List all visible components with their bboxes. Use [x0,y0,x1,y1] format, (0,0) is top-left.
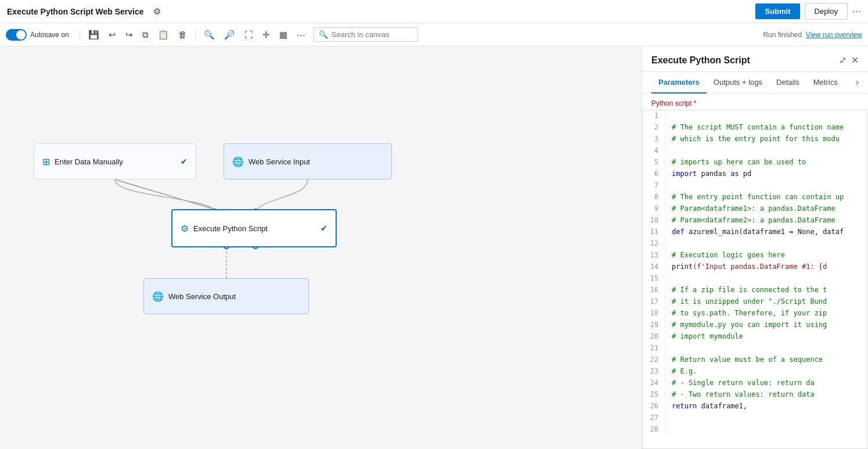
code-keyword: return [672,402,697,410]
code-line: 28 [643,424,867,436]
submit-button[interactable]: Submit [755,3,799,19]
tabs-more-icon[interactable]: › [856,72,859,93]
node-enter-data[interactable]: ⊞ Enter Data Manually ✔ [34,143,196,179]
save-button[interactable]: 💾 [85,27,103,42]
zoom-in-button[interactable]: 🔎 [221,27,239,42]
settings-gear-icon[interactable]: ⚙ [150,4,164,19]
undo-button[interactable]: ↩ [105,27,120,42]
line-code: # - Two return values: return data [666,389,815,401]
more-options-icon[interactable]: ··· [852,5,861,17]
tab-details[interactable]: Details [769,72,806,94]
code-line: 17 # it is unzipped under "./Script Bund [643,296,867,308]
line-number: 25 [643,389,666,401]
line-number: 24 [643,378,666,389]
line-number: 19 [643,319,666,331]
layout-button[interactable]: ▦ [276,27,291,42]
code-plain: print [672,263,693,271]
code-keyword: def [672,228,685,236]
autosave-toggle[interactable] [6,29,27,41]
code-line: 26 return dataframe1, [643,401,867,412]
code-comment: # E.g. [672,367,697,375]
code-line: 15 [643,273,867,285]
line-number: 8 [643,192,666,203]
line-code: print(f'Input pandas.DataFrame #1: {d [666,261,827,273]
fit-view-button[interactable]: ⛶ [241,27,257,42]
svg-line-0 [115,179,224,212]
web-output-icon: 🌐 [152,291,164,302]
line-number: 13 [643,250,666,261]
web-input-label: Web Service Input [248,157,310,166]
line-number: 21 [643,343,666,354]
line-number: 2 [643,122,666,134]
line-number: 6 [643,168,666,180]
line-number: 10 [643,215,666,227]
view-run-link[interactable]: View run overview [806,31,862,39]
enter-data-label: Enter Data Manually [55,157,123,166]
redo-button[interactable]: ↪ [122,27,136,42]
toolbar-separator-2 [195,29,196,41]
panel-tabs: Parameters Outputs + logs Details Metric… [642,72,868,94]
zoom-out-button[interactable]: 🔍 [200,27,218,42]
line-code [666,412,676,424]
search-icon: 🔍 [319,30,328,39]
code-comment: # - Two return values: return data [672,390,815,398]
code-plain: dataframe1, [697,402,747,410]
node-execute[interactable]: ⚙ Execute Python Script ✔ [171,209,337,247]
code-line: 16 # If a zip file is connected to the t [643,285,867,296]
line-number: 28 [643,424,666,436]
line-code: # import mymodule [666,331,743,343]
autosave-label: Autosave on [30,31,69,39]
code-comment: # The script MUST contain a function nam… [672,123,844,131]
line-number: 18 [643,308,666,319]
app-title: Execute Python Script Web Service [7,7,144,16]
panel-expand-icon[interactable]: ⤢ [839,55,847,66]
canvas[interactable]: ⊞ Enter Data Manually ✔ 🌐 Web Service In… [0,46,642,449]
line-number: 12 [643,238,666,250]
search-input[interactable] [332,30,413,39]
top-bar: Execute Python Script Web Service ⚙ Subm… [0,0,868,23]
code-line: 23 # E.g. [643,366,867,378]
line-number: 11 [643,227,666,238]
code-line: 5 # imports up here can be used to [643,157,867,168]
web-input-icon: 🌐 [232,156,244,167]
more-toolbar-button[interactable]: ⋯ [293,27,309,42]
line-number: 16 [643,285,666,296]
line-number: 5 [643,157,666,168]
code-string: (f'Input pandas.DataFrame #1: {d [693,263,827,271]
code-line: 8 # The entry point function can contain… [643,192,867,203]
autosave-toggle-wrap: Autosave on [6,29,69,41]
tab-metrics[interactable]: Metrics [806,72,845,94]
line-code: # it is unzipped under "./Script Bund [666,296,827,308]
code-plain: pd [739,170,752,178]
copy-button[interactable]: ⧉ [139,27,152,42]
node-web-output[interactable]: 🌐 Web Service Output [143,278,309,314]
line-number: 20 [643,331,666,343]
code-line: 25 # - Two return values: return data [643,389,867,401]
delete-button[interactable]: 🗑 [175,27,190,42]
pan-button[interactable]: ✛ [259,27,273,42]
tab-parameters[interactable]: Parameters [651,72,707,94]
code-comment: # Execution logic goes here [672,251,785,259]
line-number: 9 [643,203,666,215]
panel-close-icon[interactable]: ✕ [851,55,859,66]
line-code: # mymodule.py you can import it using [666,319,827,331]
deploy-button[interactable]: Deploy [805,3,848,20]
paste-button[interactable]: 📋 [154,27,172,42]
top-bar-left: Execute Python Script Web Service ⚙ [7,4,164,19]
code-editor[interactable]: 1 2 # The script MUST contain a function… [642,110,868,449]
tab-outputs-logs[interactable]: Outputs + logs [707,72,769,94]
line-code [666,238,676,250]
code-line: 13 # Execution logic goes here [643,250,867,261]
main-area: ⊞ Enter Data Manually ✔ 🌐 Web Service In… [0,46,868,449]
line-code: # Param<dataframe1>: a pandas.DataFrame [666,203,835,215]
line-code: import pandas as pd [666,168,751,180]
line-number: 26 [643,401,666,412]
line-number: 23 [643,366,666,378]
line-code: # Return value must be of a sequence [666,354,823,366]
line-number: 4 [643,145,666,157]
line-code [666,424,676,436]
code-line: 10 # Param<dataframe2>: a pandas.DataFra… [643,215,867,227]
node-web-input[interactable]: 🌐 Web Service Input [224,143,392,179]
toolbar-separator-1 [80,29,80,41]
panel-header: Execute Python Script ⤢ ✕ [642,46,868,72]
